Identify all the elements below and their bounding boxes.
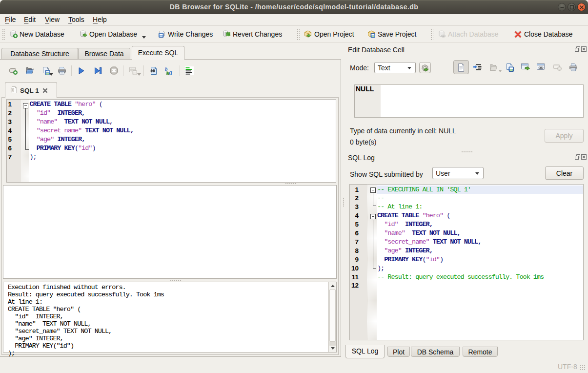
- svg-text:a: a: [169, 69, 172, 76]
- svg-text:b: b: [165, 66, 168, 72]
